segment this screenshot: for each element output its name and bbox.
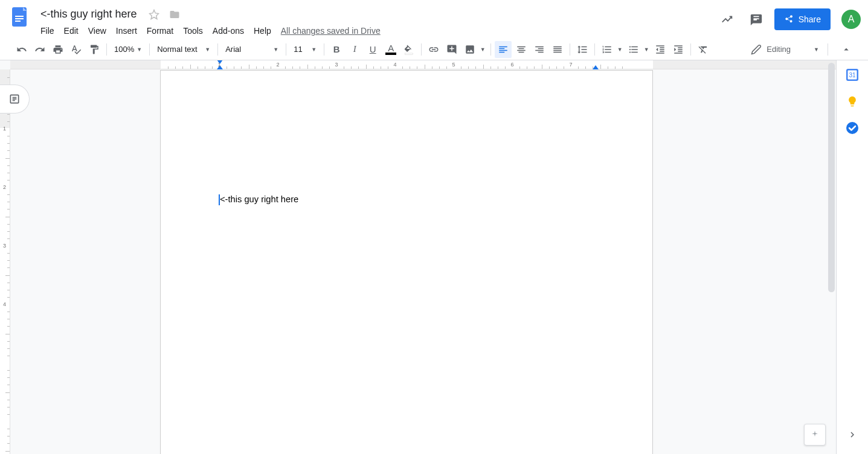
workspace: 1234567 1234 <-this guy right here	[0, 60, 836, 454]
title-right: Share A	[716, 5, 861, 30]
separator	[324, 43, 324, 56]
font-size-combo[interactable]: 11▼	[290, 41, 320, 58]
activity-icon[interactable]	[716, 8, 738, 30]
vertical-scrollbar[interactable]	[827, 60, 836, 454]
align-center-button[interactable]	[513, 41, 530, 58]
separator	[490, 43, 491, 56]
print-button[interactable]	[50, 41, 66, 58]
bold-button[interactable]: B	[328, 41, 345, 58]
svg-rect-3	[15, 21, 21, 22]
side-panel: 31	[836, 60, 868, 454]
ruler-h-label: 1	[217, 62, 220, 68]
horizontal-ruler[interactable]: 1234567	[10, 60, 836, 69]
menu-format[interactable]: Format	[143, 24, 178, 38]
menu-edit[interactable]: Edit	[60, 24, 83, 38]
account-avatar[interactable]: A	[841, 10, 861, 29]
insert-image-split: ▼	[461, 41, 487, 58]
separator	[421, 43, 422, 56]
separator	[149, 43, 150, 56]
explore-button[interactable]	[804, 424, 826, 446]
italic-button[interactable]: I	[346, 41, 363, 58]
toolbar: 100%▼ Normal text▼ Arial▼ 11▼ B I U A ▼ …	[0, 39, 868, 60]
bulleted-list-split: ▼	[625, 41, 651, 58]
separator	[286, 43, 286, 56]
menu-tools[interactable]: Tools	[179, 24, 207, 38]
ruler-h-label: 3	[335, 62, 338, 68]
menu-view[interactable]: View	[84, 24, 111, 38]
highlight-color-button[interactable]	[400, 41, 417, 58]
insert-comment-button[interactable]	[443, 41, 460, 58]
ruler-v-label: 3	[3, 243, 6, 249]
clear-formatting-button[interactable]	[695, 41, 712, 58]
share-label: Share	[799, 14, 821, 24]
paint-format-button[interactable]	[86, 41, 103, 58]
docs-logo[interactable]	[7, 5, 31, 29]
side-panel-expand-icon[interactable]	[841, 424, 863, 446]
redo-button[interactable]	[31, 41, 48, 58]
font-size-value: 11	[294, 45, 302, 54]
comments-icon[interactable]	[745, 8, 767, 30]
share-button[interactable]: Share	[774, 8, 831, 30]
spellcheck-button[interactable]	[68, 41, 85, 58]
outline-toggle[interactable]	[0, 85, 30, 114]
ruler-h-label: 6	[510, 62, 513, 68]
menu-insert[interactable]: Insert	[112, 24, 141, 38]
paragraph-style-combo[interactable]: Normal text▼	[153, 41, 214, 58]
svg-rect-4	[405, 53, 413, 54]
insert-image-button[interactable]	[461, 41, 478, 58]
ruler-v-label: 4	[3, 301, 6, 307]
numbered-list-split: ▼	[599, 41, 624, 58]
ruler-h-label: 2	[276, 62, 279, 68]
insert-image-dropdown[interactable]: ▼	[478, 41, 487, 58]
align-left-button[interactable]	[495, 41, 512, 58]
bulleted-list-dropdown[interactable]: ▼	[642, 41, 651, 58]
document-page[interactable]	[160, 70, 653, 454]
document-body-text[interactable]: <-this guy right here	[220, 194, 298, 204]
move-folder-icon[interactable]	[167, 7, 182, 22]
calendar-app-icon[interactable]: 31	[846, 69, 858, 81]
insert-link-button[interactable]	[425, 41, 442, 58]
ruler-h-label: 4	[393, 62, 396, 68]
star-icon[interactable]	[146, 7, 162, 22]
editing-mode-value: Editing	[767, 45, 791, 54]
align-justify-button[interactable]	[549, 41, 566, 58]
ruler-v-label: 2	[3, 184, 6, 190]
ruler-v-label: 1	[3, 126, 6, 132]
title-row: <-this guy right here	[36, 6, 716, 22]
editing-mode-combo[interactable]: Editing ▼	[746, 41, 824, 58]
underline-button[interactable]: U	[364, 41, 381, 58]
zoom-combo[interactable]: 100%▼	[111, 41, 146, 58]
ruler-h-label: 7	[569, 62, 572, 68]
svg-rect-1	[15, 16, 24, 17]
separator	[690, 43, 691, 56]
numbered-list-dropdown[interactable]: ▼	[616, 41, 624, 58]
numbered-list-button[interactable]	[599, 41, 616, 58]
menu-addons[interactable]: Add-ons	[208, 24, 248, 38]
zoom-value: 100%	[114, 45, 134, 54]
bulleted-list-button[interactable]	[625, 41, 642, 58]
separator	[594, 43, 595, 56]
increase-indent-button[interactable]	[670, 41, 687, 58]
text-color-button[interactable]: A	[382, 41, 399, 58]
font-combo[interactable]: Arial▼	[222, 41, 282, 58]
undo-button[interactable]	[13, 41, 30, 58]
save-status[interactable]: All changes saved in Drive	[277, 24, 385, 38]
decrease-indent-button[interactable]	[652, 41, 669, 58]
svg-text:31: 31	[849, 72, 856, 78]
svg-rect-2	[15, 18, 24, 19]
scroll-thumb[interactable]	[828, 63, 835, 292]
separator	[217, 43, 218, 56]
align-right-button[interactable]	[531, 41, 548, 58]
separator	[570, 43, 570, 56]
tasks-app-icon[interactable]	[846, 122, 858, 134]
menu-help[interactable]: Help	[249, 24, 275, 38]
collapse-toolbar-button[interactable]	[838, 41, 855, 58]
keep-app-icon[interactable]	[846, 95, 858, 107]
menu-file[interactable]: File	[36, 24, 59, 38]
separator	[106, 43, 107, 56]
line-spacing-button[interactable]	[574, 41, 591, 58]
ruler-h-label: 5	[452, 62, 455, 68]
titlebar: <-this guy right here File Edit View Ins…	[0, 0, 868, 39]
vertical-ruler[interactable]: 1234	[0, 69, 10, 454]
document-title-input[interactable]: <-this guy right here	[36, 6, 141, 22]
